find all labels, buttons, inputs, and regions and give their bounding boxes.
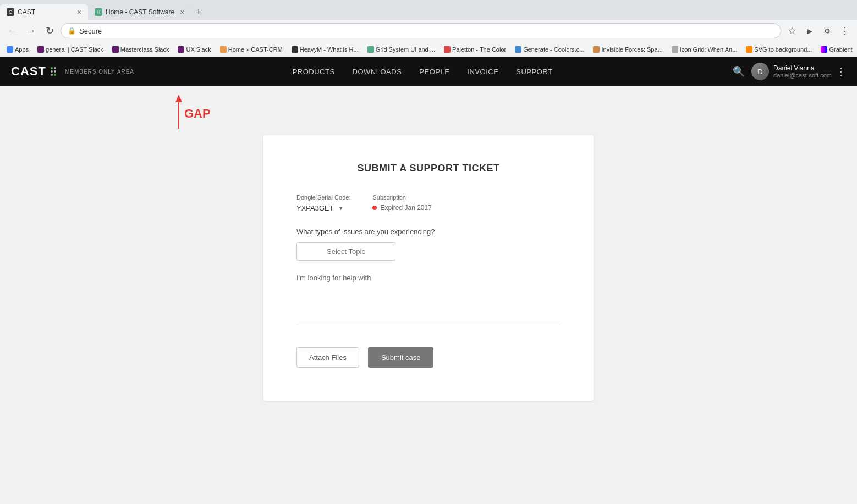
bookmark-icon-grid-favicon	[672, 46, 678, 53]
attach-files-button[interactable]: Attach Files	[296, 347, 359, 368]
lock-icon: 🔒	[68, 27, 76, 35]
bookmark-paletton[interactable]: Paletton - The Color	[442, 45, 508, 54]
bookmark-grabient-favicon	[821, 46, 827, 53]
tab-cast-title: CAST	[18, 8, 72, 16]
page-background: GAP SUBMIT A SUPPORT TICKET Dongle Seria…	[0, 86, 857, 470]
nav-support[interactable]: SUPPORT	[516, 68, 552, 76]
forward-button[interactable]: →	[23, 23, 39, 38]
browser-chrome: C CAST × H Home - CAST Software × + ← → …	[0, 0, 857, 57]
user-email: daniel@cast-soft.com	[773, 72, 832, 79]
browser-controls-bar: ← → ↻ 🔒 Secure ☆ ▶ ⚙ ⋮	[0, 20, 857, 42]
cast-navigation: CAST MEMBERS ONLY AREA PRODUCTS DOWNLOAD…	[0, 57, 857, 86]
bookmark-cast-crm-favicon	[220, 46, 227, 53]
nav-people[interactable]: PEOPLE	[419, 68, 449, 76]
gap-annotation-svg: GAP	[168, 90, 234, 134]
extensions-button[interactable]: ⚙	[820, 23, 835, 38]
subscription-status-text: Expired Jan 2017	[380, 204, 431, 212]
bookmark-ux-slack[interactable]: UX Slack	[175, 45, 213, 54]
bookmark-cast-crm[interactable]: Home » CAST-CRM	[218, 45, 285, 54]
address-text: Secure	[79, 27, 102, 35]
tab-home-favicon: H	[95, 8, 102, 16]
browser-right-buttons: ☆ ▶ ⚙ ⋮	[784, 23, 853, 38]
bookmark-icon-grid[interactable]: Icon Grid: When An...	[669, 45, 740, 54]
bookmark-apps[interactable]: Apps	[4, 45, 31, 54]
nav-invoice[interactable]: INVOICE	[467, 68, 498, 76]
nav-links: PRODUCTS DOWNLOADS PEOPLE INVOICE SUPPOR…	[293, 68, 553, 76]
tab-home[interactable]: H Home - CAST Software ×	[88, 4, 191, 20]
dongle-group: Dongle Serial Code: YXPA3GET ▼	[296, 194, 350, 212]
bookmark-grid-favicon	[367, 46, 374, 53]
bookmark-grid[interactable]: Grid System UI and ...	[365, 45, 437, 54]
subscription-status: Expired Jan 2017	[372, 204, 431, 212]
svg-marker-1	[175, 95, 182, 102]
bookmarks-bar: Apps general | CAST Slack Masterclass Sl…	[0, 42, 857, 57]
cast-logo[interactable]: CAST	[11, 64, 56, 79]
user-name: Daniel Vianna	[773, 64, 832, 72]
svg-text:GAP: GAP	[184, 107, 211, 120]
submit-case-button[interactable]: Submit case	[368, 347, 434, 368]
new-tab-button[interactable]: +	[191, 4, 206, 20]
nav-products[interactable]: PRODUCTS	[293, 68, 335, 76]
support-form-card: SUBMIT A SUPPORT TICKET Dongle Serial Co…	[263, 135, 594, 401]
tab-cast-favicon: C	[7, 8, 14, 16]
subscription-group: Subscription Expired Jan 2017	[372, 194, 431, 212]
bookmark-masterclass-favicon	[112, 46, 119, 53]
tab-bar: C CAST × H Home - CAST Software × +	[0, 0, 857, 20]
user-avatar: D	[751, 63, 769, 80]
refresh-button[interactable]: ↻	[42, 23, 57, 38]
dongle-subscription-row: Dongle Serial Code: YXPA3GET ▼ Subscript…	[296, 194, 561, 212]
subscription-label: Subscription	[372, 194, 431, 201]
more-icon[interactable]: ⋮	[836, 65, 846, 77]
tab-cast[interactable]: C CAST ×	[0, 4, 88, 20]
bookmark-ux-slack-favicon	[178, 46, 184, 53]
tab-home-close[interactable]: ×	[180, 8, 184, 16]
menu-button[interactable]: ⋮	[837, 23, 853, 38]
cast-logo-text: CAST	[11, 64, 46, 79]
bookmark-masterclass[interactable]: Masterclass Slack	[110, 45, 172, 54]
bookmark-apps-favicon	[7, 46, 13, 53]
search-icon[interactable]: 🔍	[733, 65, 745, 77]
status-dot-icon	[372, 206, 377, 210]
back-button[interactable]: ←	[4, 23, 20, 38]
cast-logo-dots	[51, 67, 56, 76]
profile-button[interactable]: ▶	[802, 23, 817, 38]
help-label: I'm looking for help with	[296, 274, 561, 282]
bookmark-button[interactable]: ☆	[784, 23, 800, 38]
gap-annotation-area: GAP	[0, 86, 857, 135]
nav-right: 🔍 D Daniel Vianna daniel@cast-soft.com ⋮	[733, 63, 846, 80]
bookmark-svg[interactable]: SVG to background...	[744, 45, 814, 54]
bookmark-grabient[interactable]: Grabient	[818, 45, 854, 54]
help-textarea[interactable]	[296, 285, 561, 325]
dongle-select[interactable]: YXPA3GET ▼	[296, 204, 350, 212]
form-actions: Attach Files Submit case	[296, 347, 561, 368]
bookmark-svg-favicon	[746, 46, 752, 53]
issues-question: What types of issues are you experiencin…	[296, 228, 561, 236]
bookmark-invisible-favicon	[593, 46, 600, 53]
bookmark-coolors-favicon	[515, 46, 521, 53]
tab-cast-close[interactable]: ×	[77, 8, 81, 16]
issues-section: What types of issues are you experiencin…	[296, 228, 561, 261]
bookmark-coolors[interactable]: Generate - Coolors.c...	[513, 45, 586, 54]
bookmark-invisible[interactable]: Invisible Forces: Spa...	[591, 45, 664, 54]
bookmark-heavym[interactable]: HeavyM - What is H...	[289, 45, 361, 54]
tab-home-title: Home - CAST Software	[106, 8, 174, 16]
user-info: Daniel Vianna daniel@cast-soft.com	[773, 64, 832, 79]
dongle-value: YXPA3GET	[296, 204, 334, 212]
nav-downloads[interactable]: DOWNLOADS	[353, 68, 402, 76]
address-bar[interactable]: 🔒 Secure	[61, 23, 781, 38]
members-label: MEMBERS ONLY AREA	[65, 69, 134, 75]
help-section: I'm looking for help with	[296, 274, 561, 328]
topic-select-input[interactable]	[296, 242, 395, 261]
chevron-down-icon: ▼	[338, 205, 344, 211]
dongle-label: Dongle Serial Code:	[296, 194, 350, 201]
bookmark-cast-slack[interactable]: general | CAST Slack	[35, 45, 106, 54]
bookmark-heavym-favicon	[292, 46, 298, 53]
bookmark-cast-slack-favicon	[37, 46, 44, 53]
bookmark-paletton-favicon	[444, 46, 451, 53]
form-title: SUBMIT A SUPPORT TICKET	[296, 163, 561, 174]
